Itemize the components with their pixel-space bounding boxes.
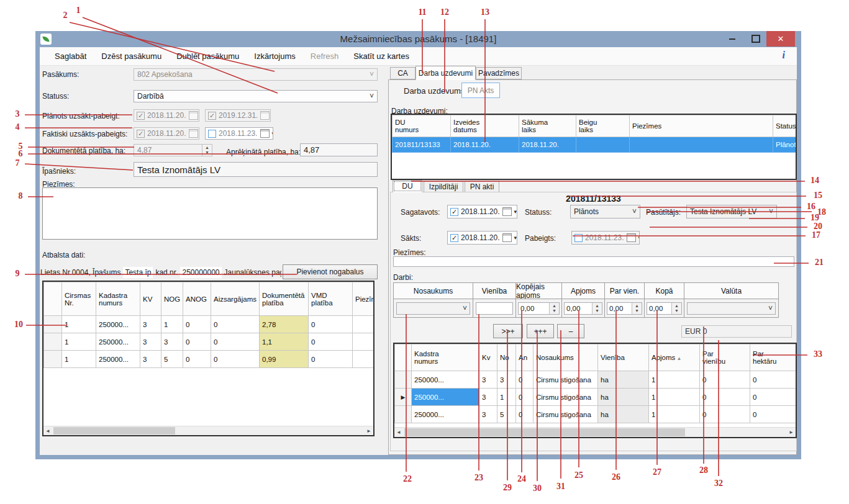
tab-pavadzimes[interactable]: Pavadzīmes (476, 67, 522, 79)
cell[interactable]: 0 (700, 406, 750, 423)
cell[interactable]: 250000... (96, 351, 140, 368)
darbi-nosaukums-combobox[interactable]: ˅ (396, 302, 470, 315)
menu-saglabat[interactable]: Saglabāt (55, 52, 86, 61)
cell[interactable]: 0 (700, 371, 750, 389)
planots-to-datepicker[interactable]: ✓ 2019.12.31. ▾ (205, 109, 271, 122)
cell[interactable] (353, 333, 375, 351)
column-header[interactable]: Kadastra numurs (96, 282, 140, 316)
du-piezimes-input[interactable] (393, 256, 794, 267)
cell[interactable] (44, 316, 62, 333)
chevron-down-icon[interactable]: ˅ (370, 71, 374, 78)
cell[interactable]: Cirsmu stigošana (533, 389, 598, 406)
pasutitajs-combobox[interactable]: Testa Iznomātājs LV ˅ (686, 205, 777, 218)
minimize-button[interactable] (723, 31, 742, 47)
nogabali-table[interactable]: Cirsmas Nr.Kadastra numursKVNOGANOGAizsa… (42, 281, 375, 436)
cell[interactable]: 1 (62, 333, 96, 351)
menu-skatit-uz-kartes[interactable]: Skatīt uz kartes (353, 52, 409, 61)
darbi-vieniba-input[interactable] (476, 302, 513, 315)
column-header[interactable]: NOG (161, 282, 183, 316)
table-row[interactable]: 1250000...31002,7801 (44, 316, 375, 333)
column-header[interactable]: ANOG (183, 282, 211, 316)
table-row[interactable]: ▶250000...310Cirsmu stigošanaha1000 (395, 389, 797, 406)
cell[interactable]: 2018.11.20. (519, 137, 576, 153)
spinner-down-icon[interactable]: ▼ (205, 150, 209, 155)
tab-darba-uzdevumi[interactable]: Darba uzdevumi (415, 66, 476, 80)
column-header[interactable] (44, 282, 62, 316)
statuss-combobox[interactable]: Darbībā ˅ (134, 90, 378, 102)
cell[interactable]: 0,99 (260, 351, 309, 368)
cell[interactable]: 0 (183, 351, 211, 368)
column-header[interactable]: Par hektāru (750, 344, 797, 371)
cell[interactable]: ha (598, 406, 649, 423)
table-row[interactable]: 1250000...33001,101 (44, 333, 375, 351)
chevron-down-icon[interactable]: ▾ (272, 130, 273, 137)
sakts-datepicker[interactable]: ✓ 2018.11.20. ▾ (447, 231, 517, 245)
cell[interactable]: 5 (497, 406, 516, 423)
cell[interactable]: 0 (211, 351, 260, 368)
column-header[interactable]: Vienība (598, 344, 649, 371)
column-header[interactable]: Piezīmes (353, 282, 375, 316)
cell[interactable]: 1 (649, 406, 700, 423)
tab-ca[interactable]: CA (390, 67, 415, 79)
scroll-left-icon[interactable]: ◄ (394, 428, 403, 437)
cell[interactable] (44, 333, 62, 351)
cell[interactable]: 3 (140, 333, 161, 351)
cell[interactable]: Cirsmu stigošana (533, 406, 598, 423)
chevron-down-icon[interactable]: ▾ (514, 235, 517, 241)
darbi-table[interactable]: Kadstra numursKvNoAnNosaukumsVienībaApjo… (393, 343, 797, 438)
cell[interactable]: 0 (183, 316, 211, 333)
menu-dublet-pasakumu[interactable]: Dublēt pasākumu (176, 52, 239, 61)
cell[interactable]: ha (598, 371, 649, 389)
horizontal-scrollbar[interactable]: ◄ ► (43, 426, 373, 435)
column-header[interactable]: Beigu laiks (576, 115, 630, 137)
column-header[interactable]: Piezīmes (630, 115, 773, 137)
cell[interactable]: 250000... (96, 333, 140, 351)
column-header[interactable]: Sākuma laiks (519, 115, 576, 137)
cell[interactable]: Plānots (773, 137, 797, 153)
sagatavots-datepicker[interactable]: ✓ 2018.11.20. ▾ (447, 205, 517, 218)
cell[interactable]: 0 (750, 406, 797, 423)
cell[interactable]: 1 (649, 371, 700, 389)
faktiski-from-datepicker[interactable]: ✓ 2018.11.20. ▾ (134, 127, 199, 140)
chevron-down-icon[interactable]: ˅ (463, 305, 467, 312)
cell[interactable]: 0 (211, 333, 260, 351)
column-header[interactable] (395, 344, 412, 371)
cell[interactable]: 3 (479, 371, 497, 389)
cell[interactable]: 201811/13133 (393, 137, 451, 153)
cell[interactable]: 2018.11.20. (451, 137, 519, 153)
column-header[interactable]: Par vienību (700, 344, 750, 371)
spinner-buttons[interactable]: ▲▼ (549, 303, 559, 314)
cell[interactable]: 2,78 (260, 316, 309, 333)
spinner-buttons[interactable]: ▲▼ (632, 303, 642, 314)
darba-uzdevums-toggle[interactable]: Darba uzdevums (404, 86, 465, 96)
column-header[interactable]: Cirsmas Nr. (62, 282, 96, 316)
cell[interactable]: 0 (700, 389, 750, 406)
cell[interactable] (44, 351, 62, 368)
subtab-izpilditaji[interactable]: Izpildītāji (424, 181, 463, 192)
column-header[interactable]: VMD platība (309, 282, 353, 316)
par-vien-spinner[interactable]: 0,00▲▼ (607, 302, 642, 315)
column-header[interactable]: Apjoms (649, 344, 700, 371)
scrollbar-thumb[interactable] (404, 428, 685, 436)
table-row[interactable]: 250000...350Cirsmu stigošanaha1000 (395, 406, 797, 423)
planots-from-datepicker[interactable]: ✓ 2018.11.20. ▾ (134, 109, 199, 122)
chevron-down-icon[interactable]: ▾ (638, 235, 640, 241)
checkbox-unchecked-icon[interactable] (208, 130, 216, 138)
cell[interactable]: 0 (309, 316, 353, 333)
cell[interactable]: 1 (161, 316, 183, 333)
cell[interactable]: 0 (309, 351, 353, 368)
pn-akts-button[interactable]: PN Akts (461, 83, 500, 98)
chevron-down-icon[interactable]: ˅ (370, 92, 374, 100)
title-bar[interactable]: Mežsaimniecības pasākums - [18491] (35, 31, 801, 47)
add-button[interactable]: +++ (527, 324, 554, 338)
scrollbar-thumb[interactable] (53, 427, 175, 434)
dok-platiba-spinner[interactable]: 4,87 ▲▼ (134, 144, 212, 156)
piezimes-textarea[interactable] (42, 187, 378, 240)
scroll-right-icon[interactable]: ► (787, 428, 796, 437)
cell[interactable]: 250000... (412, 389, 479, 406)
pievienot-nogabalus-button[interactable]: Pievienot nogabalus (283, 264, 378, 279)
table-row[interactable]: 1250000...35000,9901 (44, 351, 375, 368)
cell[interactable]: 5 (161, 351, 183, 368)
column-header[interactable]: An (516, 344, 533, 371)
info-icon[interactable]: i (783, 50, 785, 61)
